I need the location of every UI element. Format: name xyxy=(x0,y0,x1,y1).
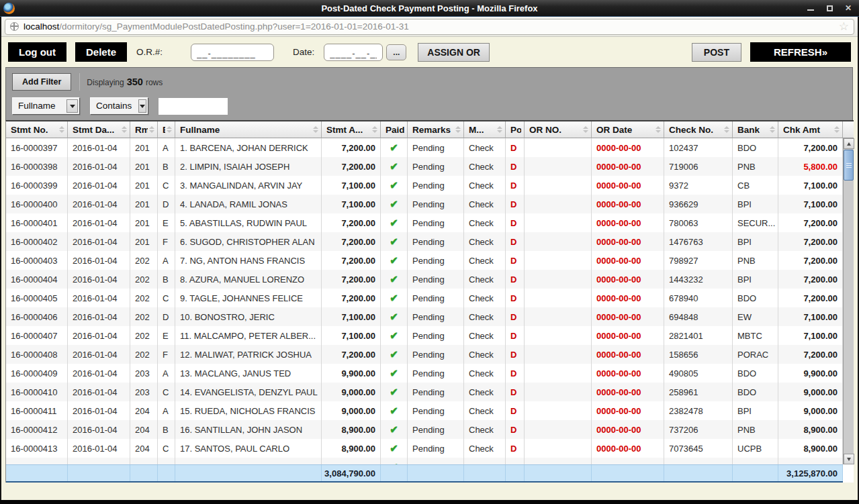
cell-pos: D xyxy=(506,420,525,439)
cell-stmt_amt: 7,200.00 xyxy=(322,157,381,176)
table-row[interactable]: 16-00004022016-01-04201F6. SUGOD, CHRIST… xyxy=(6,232,843,251)
cell-paid: ✔ xyxy=(381,345,408,364)
displaying-label: Displaying xyxy=(87,78,124,87)
cell-fullname: 15. RUEDA, NICHOLAS FRANCIS xyxy=(175,401,322,420)
date-picker-button[interactable]: ... xyxy=(386,44,406,60)
paid-check-icon: ✔ xyxy=(390,179,398,191)
sort-icon[interactable] xyxy=(497,126,502,133)
table-row[interactable]: 16-00004052016-01-04202C9. TAGLE, JOHANN… xyxy=(6,289,843,307)
table-row[interactable]: 16-00003992016-01-04201C3. MANGALINDAN, … xyxy=(6,176,843,195)
table-row[interactable]: 16-00003982016-01-04201B2. LIMPIN, ISAIA… xyxy=(6,157,843,176)
minimize-icon[interactable] xyxy=(807,4,815,12)
column-header-paid[interactable]: Paid xyxy=(381,121,408,138)
sort-icon[interactable] xyxy=(149,126,154,133)
cell-chk_amt: 5,800.00 xyxy=(778,157,843,176)
cell-or_date: 0000-00-00 xyxy=(592,345,664,364)
delete-button[interactable]: Delete xyxy=(75,42,127,62)
cell-rm: 202 xyxy=(130,251,158,270)
cell-stmt_date: 2016-01-04 xyxy=(68,307,130,326)
total-cell-b xyxy=(158,465,175,481)
sort-icon[interactable] xyxy=(455,126,461,133)
column-header-pos[interactable]: Pos xyxy=(506,121,525,138)
table-row[interactable]: 16-00004032016-01-04202A7. NG, ANTON HAN… xyxy=(6,251,843,270)
table-row[interactable]: 16-00004082016-01-04202F12. MALIWAT, PAT… xyxy=(6,345,843,364)
table-row[interactable]: 16-00004062016-01-04202D10. BONOSTRO, JE… xyxy=(6,307,843,326)
date-input[interactable] xyxy=(324,44,383,61)
sort-icon[interactable] xyxy=(724,126,729,133)
column-header-label: Stmt A... xyxy=(326,125,371,135)
sort-icon[interactable] xyxy=(59,126,64,133)
column-header-stmt_no[interactable]: Stmt No. xyxy=(6,121,68,138)
table-row[interactable]: 16-00004012016-01-04201E5. ABASTILLAS, R… xyxy=(6,213,843,232)
sort-icon[interactable] xyxy=(770,126,775,133)
cell-stmt_no: 16-0000414 xyxy=(6,458,68,464)
table-row[interactable]: 16-00004142016-01-04204D18. ROMERO, GIOR… xyxy=(6,458,843,464)
bookmark-star-icon[interactable]: ☆ xyxy=(839,21,849,32)
assign-or-button[interactable]: ASSIGN OR xyxy=(418,43,490,62)
cell-paid: ✔ xyxy=(381,270,408,289)
cell-remarks: Pending xyxy=(408,213,464,232)
sort-icon[interactable] xyxy=(583,126,588,133)
table-row[interactable]: 16-00004112016-01-04204A15. RUEDA, NICHO… xyxy=(6,401,843,420)
column-header-label: Remarks xyxy=(412,125,454,135)
cell-or_date: 0000-00-00 xyxy=(592,383,664,401)
cell-pos: D xyxy=(506,326,525,345)
cell-stmt_no: 16-0000397 xyxy=(6,138,68,157)
cell-or_no xyxy=(525,307,592,326)
table-row[interactable]: 16-00004132016-01-04204C17. SANTOS, PAUL… xyxy=(6,439,843,458)
cell-stmt_no: 16-0000400 xyxy=(6,195,68,213)
table-row[interactable]: 16-00004042016-01-04202B8. AZURA, MANUEL… xyxy=(6,270,843,289)
sort-icon[interactable] xyxy=(372,126,377,133)
cell-fullname: 3. MANGALINDAN, ARVIN JAY xyxy=(175,176,322,195)
column-header-or_no[interactable]: OR NO. xyxy=(525,121,592,138)
table-row[interactable]: 16-00004092016-01-04203A13. MACLANG, JAN… xyxy=(6,364,843,383)
filter-value-input[interactable] xyxy=(159,98,228,115)
column-header-b[interactable]: B xyxy=(158,121,175,138)
column-header-fullname[interactable]: Fullname xyxy=(175,121,322,138)
scroll-down-icon[interactable] xyxy=(844,454,854,464)
sort-icon[interactable] xyxy=(167,126,172,133)
post-button[interactable]: POST xyxy=(692,43,741,62)
column-header-stmt_date[interactable]: Stmt Da... xyxy=(68,121,130,138)
scrollbar-thumb[interactable] xyxy=(844,150,854,181)
column-header-or_date[interactable]: OR Date xyxy=(592,121,664,138)
cell-chk_amt: 7,200.00 xyxy=(778,270,843,289)
maximize-icon[interactable] xyxy=(825,4,833,12)
address-input[interactable]: localhost /dormitory/sg_PaymentModulePos… xyxy=(5,19,854,35)
column-header-bank[interactable]: Bank xyxy=(733,121,778,138)
table-row[interactable]: 16-00004072016-01-04202E11. MALCAMPO, PE… xyxy=(6,326,843,345)
add-filter-button[interactable]: Add Filter xyxy=(12,73,71,91)
column-header-rm[interactable]: Rm xyxy=(130,121,158,138)
column-header-stmt_amt[interactable]: Stmt A... xyxy=(322,121,381,138)
close-icon[interactable]: ✕ xyxy=(844,4,852,12)
table-scrollbar[interactable] xyxy=(843,138,854,464)
window-title: Post-Dated Check Payment Posting - Mozil… xyxy=(0,3,859,13)
table-row[interactable]: 16-00003972016-01-04201A1. BARCENA, JOHA… xyxy=(6,138,843,157)
cell-remarks: Pending xyxy=(408,138,464,157)
scroll-up-icon[interactable] xyxy=(844,138,854,149)
table-row[interactable]: 16-00004002016-01-04201D4. LANADA, RAMIL… xyxy=(6,195,843,213)
column-header-check_no[interactable]: Check No. xyxy=(664,121,733,138)
column-header-mode[interactable]: M... xyxy=(464,121,506,138)
cell-mode: Check xyxy=(464,213,506,232)
cell-stmt_no: 16-0000402 xyxy=(6,232,68,251)
or-number-input[interactable] xyxy=(191,44,274,61)
column-header-chk_amt[interactable]: Chk Amt xyxy=(778,121,843,138)
sort-icon[interactable] xyxy=(313,126,318,133)
cell-fullname: 10. BONOSTRO, JERIC xyxy=(175,307,322,326)
sort-icon[interactable] xyxy=(655,126,661,133)
cell-fullname: 9. TAGLE, JOHANNES FELICE xyxy=(175,289,322,307)
cell-check_no: 9372 xyxy=(664,176,733,195)
refresh-button[interactable]: REFRESH» xyxy=(750,42,851,62)
logout-button[interactable]: Log out xyxy=(8,42,66,62)
sort-icon[interactable] xyxy=(834,126,840,133)
filter-field-select[interactable]: Fullname xyxy=(12,97,80,115)
sort-icon[interactable] xyxy=(122,126,127,133)
table-row[interactable]: 16-00004122016-01-04204B16. SANTILLAN, J… xyxy=(6,420,843,439)
column-header-remarks[interactable]: Remarks xyxy=(408,121,464,138)
cell-check_no: 677404 xyxy=(664,458,733,464)
table-row[interactable]: 16-00004102016-01-04203C14. EVANGELISTA,… xyxy=(6,383,843,401)
cell-b: C xyxy=(158,383,175,401)
filter-operator-select[interactable]: Contains xyxy=(90,97,148,115)
cell-paid: ✔ xyxy=(381,364,408,383)
